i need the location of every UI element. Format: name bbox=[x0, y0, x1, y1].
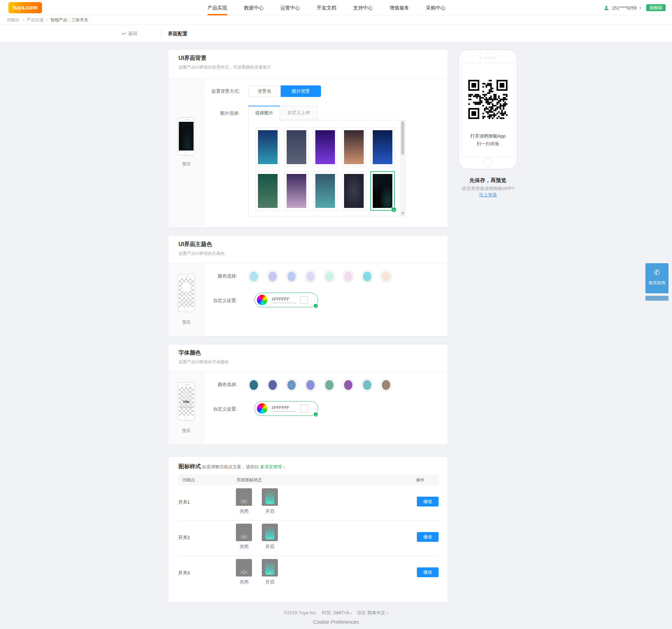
font-preview-circle bbox=[182, 390, 190, 399]
nav-item-data-center[interactable]: 数据中心 bbox=[244, 0, 264, 15]
phone-screen-background: Title bbox=[179, 387, 194, 415]
nav-item-operation-center[interactable]: 运营中心 bbox=[280, 0, 300, 15]
camera-icon bbox=[487, 53, 489, 54]
color-swatch-fill bbox=[287, 272, 296, 281]
image-picker-tabs: 选择图片 自定义上传 bbox=[248, 106, 318, 120]
modify-button[interactable]: 修改 bbox=[417, 497, 439, 506]
current-color-swatch[interactable] bbox=[300, 296, 308, 304]
tab-custom-upload[interactable]: 自定义上传 bbox=[280, 106, 318, 120]
color-swatch-2[interactable] bbox=[267, 270, 278, 283]
color-swatch-1[interactable] bbox=[248, 379, 259, 391]
page: tuya.com 产品实现 数据中心 运营中心 开发文档 支持中心 增值服务 采… bbox=[0, 0, 672, 629]
bg-image-thumbnail-9[interactable] bbox=[342, 171, 366, 211]
bg-image-thumbnail-3[interactable] bbox=[313, 127, 337, 167]
image-thumbnail-panel: ✓ ▼ bbox=[248, 120, 405, 216]
camera-icon bbox=[182, 119, 183, 120]
color-swatch-1[interactable] bbox=[248, 270, 259, 283]
nav-item-dev-docs[interactable]: 开发文档 bbox=[317, 0, 336, 15]
tuya-logo[interactable]: tuya.com bbox=[8, 2, 42, 13]
bg-image-thumbnail-7[interactable] bbox=[284, 171, 309, 211]
scrollbar-thumb[interactable] bbox=[401, 121, 404, 155]
breadcrumb-console[interactable]: 控制台 bbox=[7, 17, 20, 23]
color-swatch-7[interactable] bbox=[362, 270, 373, 283]
main-menu: 产品实现 数据中心 运营中心 开发文档 支持中心 增值服务 采购中心 bbox=[208, 0, 446, 15]
bg-mode-color-button[interactable]: 背景色 bbox=[248, 85, 281, 97]
color-swatch-fill bbox=[325, 272, 334, 281]
bg-image-thumbnail-4[interactable] bbox=[342, 127, 366, 167]
bg-image-preview bbox=[344, 174, 364, 208]
icon-state-on bbox=[262, 559, 278, 576]
custom-color-label: 自定义设置: bbox=[213, 406, 237, 412]
caret-down-icon[interactable]: ▾ bbox=[350, 611, 352, 615]
breadcrumb-product[interactable]: 产品实现 bbox=[27, 17, 43, 23]
timezone-value[interactable]: GMT+8 bbox=[334, 610, 349, 615]
back-button[interactable]: ↩ 返回 bbox=[122, 25, 138, 42]
qr-code bbox=[468, 80, 507, 119]
preview-label: 预览 bbox=[168, 319, 204, 325]
cookie-preferences-link[interactable]: Cookie Preferences bbox=[0, 619, 672, 625]
language-value[interactable]: 简体中文 bbox=[367, 610, 385, 615]
plan-badge[interactable]: 旗舰版 bbox=[646, 4, 666, 11]
modify-button[interactable]: 修改 bbox=[417, 567, 439, 577]
nav-item-product[interactable]: 产品实现 bbox=[208, 0, 227, 15]
scrollbar[interactable]: ▼ bbox=[400, 120, 405, 216]
color-swatch-6[interactable] bbox=[343, 379, 354, 391]
color-swatch-8[interactable] bbox=[380, 270, 392, 283]
color-swatch-3[interactable] bbox=[286, 270, 297, 283]
preview-label: 预览 bbox=[168, 428, 204, 434]
color-select-label: 颜色选择: bbox=[218, 273, 237, 279]
color-wheel-icon[interactable] bbox=[257, 403, 267, 414]
caret-down-icon[interactable]: ▾ bbox=[387, 611, 388, 615]
current-color-swatch[interactable] bbox=[300, 405, 308, 412]
color-swatch-7[interactable] bbox=[362, 379, 373, 391]
color-swatch-fill bbox=[344, 380, 352, 390]
check-icon: ✓ bbox=[313, 303, 318, 309]
color-swatch-4[interactable] bbox=[305, 270, 316, 283]
hex-color-input[interactable]: #FFFFFF bbox=[271, 405, 297, 412]
color-swatch-fill bbox=[344, 272, 352, 281]
color-swatch-4[interactable] bbox=[305, 379, 316, 391]
bg-image-thumbnail-10[interactable]: ✓ bbox=[370, 171, 395, 211]
chevron-down-icon[interactable]: ▾ bbox=[639, 6, 641, 10]
table-header: 功能点 页面图标状态 操作 bbox=[178, 475, 439, 485]
bg-image-thumbnail-6[interactable] bbox=[255, 171, 280, 211]
color-swatch-fill bbox=[382, 380, 390, 390]
color-wheel-icon[interactable] bbox=[257, 295, 267, 305]
color-swatch-8[interactable] bbox=[380, 379, 392, 391]
bg-image-thumbnail-8[interactable] bbox=[313, 171, 337, 211]
bg-image-thumbnail-1[interactable] bbox=[255, 127, 280, 167]
modify-button[interactable]: 修改 bbox=[417, 532, 439, 542]
user-phone-number[interactable]: 151****9259 bbox=[612, 5, 637, 11]
icon-state-on bbox=[262, 524, 278, 541]
bg-image-thumbnail-2[interactable] bbox=[284, 127, 309, 167]
nav-item-purchase-center[interactable]: 采购中心 bbox=[426, 0, 446, 15]
check-icon: ✓ bbox=[313, 412, 318, 417]
tab-select-image[interactable]: 选择图片 bbox=[248, 106, 280, 120]
table-row-开关1: 开关1关闭开启修改 bbox=[178, 485, 439, 520]
phone-consult-button[interactable]: ✆ 电话咨询 bbox=[645, 263, 668, 293]
qr-phone-mockup: 打开涂鸦智能App 扫一扫体验 bbox=[458, 49, 517, 169]
bg-mode-image-button[interactable]: 图片背景 bbox=[281, 85, 321, 97]
color-swatch-5[interactable] bbox=[324, 379, 335, 391]
color-swatch-6[interactable] bbox=[343, 270, 354, 283]
install-hint: 还没有安装涂鸦智能APP? bbox=[454, 186, 522, 192]
nav-item-value-added[interactable]: 增值服务 bbox=[390, 0, 409, 15]
qr-caption-2: 扫一扫体验 bbox=[462, 141, 514, 147]
qr-caption-1: 打开涂鸦智能App bbox=[462, 133, 514, 139]
color-swatch-fill bbox=[306, 272, 315, 281]
color-swatch-2[interactable] bbox=[267, 379, 278, 391]
nav-item-support-center[interactable]: 支持中心 bbox=[353, 0, 373, 15]
install-now-link[interactable]: 马上安装 bbox=[458, 192, 517, 198]
color-swatch-3[interactable] bbox=[286, 379, 297, 391]
color-swatch-fill bbox=[382, 272, 390, 281]
bg-image-thumbnail-5[interactable] bbox=[370, 127, 395, 167]
hex-color-input[interactable]: #FFFFFF bbox=[271, 297, 297, 303]
link-arrow-icon: › bbox=[283, 464, 285, 469]
scroll-down-icon[interactable]: ▼ bbox=[400, 210, 405, 216]
color-swatch-5[interactable] bbox=[324, 270, 335, 283]
consult-secondary-strip[interactable] bbox=[645, 296, 668, 301]
table-row-开关3: 开关3关闭开启修改 bbox=[178, 556, 439, 591]
breadcrumb: 控制台 › 产品实现 › 智能产品：三路开关 bbox=[0, 15, 672, 25]
multilang-link[interactable]: 多语言管理 bbox=[260, 464, 282, 469]
icon-style-hint: 如需调整功能点文案，请前往 多语言管理 › bbox=[202, 464, 285, 470]
